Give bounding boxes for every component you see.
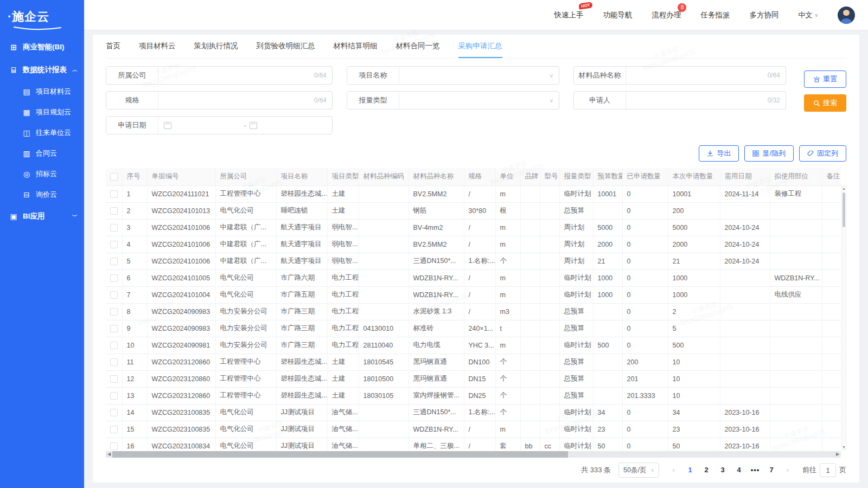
page-button-4[interactable]: 4: [732, 463, 746, 477]
page-size-select[interactable]: 50条/页 ∨: [618, 463, 659, 478]
nav-collaboration[interactable]: 多方协同: [749, 10, 778, 20]
row-checkbox[interactable]: [110, 190, 118, 198]
nav-feature-guide[interactable]: 功能导航: [603, 10, 632, 20]
table-row[interactable]: 4WZCG2024101006中建君联（广...航天通宇项目弱电智...BV2.…: [106, 236, 841, 253]
sidebar-item-4[interactable]: ◫往来单位云: [0, 123, 84, 143]
reset-button[interactable]: 重置: [804, 70, 846, 88]
tab-4[interactable]: 材料结算明细: [334, 35, 378, 58]
nav-quick-start[interactable]: 快速上手 HOT: [554, 10, 583, 20]
sidebar-item-3[interactable]: ▦项目规划云: [0, 102, 84, 123]
table-cell: [822, 354, 841, 370]
tab-0[interactable]: 首页: [106, 35, 120, 58]
tab-5[interactable]: 材料合同一览: [396, 35, 440, 58]
scroll-left-icon[interactable]: ◀: [106, 451, 112, 458]
table-cell: 200: [668, 202, 720, 219]
page-button-1[interactable]: 1: [683, 463, 697, 477]
table-row[interactable]: 14WZCG2023100835电气化公司JJ测试项目油气储...三通DN150…: [106, 404, 841, 421]
row-checkbox[interactable]: [110, 392, 118, 400]
tab-2[interactable]: 策划执行情况: [194, 35, 238, 58]
table-cell: 2023-10-16: [720, 438, 770, 451]
show-hide-columns-button[interactable]: 显/隐列: [744, 145, 794, 162]
table-cell: 13: [122, 387, 147, 404]
table-row[interactable]: 1WZCG2024111021工程管理中心碧桂园生态城...土建BV2.5MM2…: [106, 185, 841, 202]
next-page-button[interactable]: ›: [781, 463, 795, 477]
avatar-head: [843, 10, 850, 16]
table-cell: [720, 387, 770, 404]
table-row[interactable]: 9WZCG2024090983电力安装分公司市广路三期电力工程04130010标…: [106, 320, 841, 337]
sidebar-item-7[interactable]: ⊟询价云: [0, 184, 84, 205]
scroll-down-icon[interactable]: ▼: [842, 445, 846, 449]
table-row[interactable]: 6WZCG2024101005电气化公司市广路六期电力工程WDZB1N-RY..…: [106, 269, 841, 286]
page-button-3[interactable]: 3: [716, 463, 730, 477]
row-checkbox[interactable]: [110, 291, 118, 299]
page-button-2[interactable]: 2: [699, 463, 713, 477]
table-row[interactable]: 8WZCG2024090983电力安装分公司市广路三期电力工程水泥砂浆 1:3/…: [106, 303, 841, 320]
table-row[interactable]: 13WZCG2023120860工程管理中心碧桂园生态城...土建1803010…: [106, 387, 841, 404]
row-checkbox[interactable]: [110, 207, 118, 215]
table-row[interactable]: 3WZCG2024101006中建君联（广...航天通宇项目弱电智...BV-4…: [106, 219, 841, 236]
table-row[interactable]: 16WZCG2023100834电气化公司JJ测试项目油气储...单相二、三极.…: [106, 438, 841, 451]
filter-applicant-input[interactable]: [626, 92, 768, 109]
export-button[interactable]: 导出: [699, 145, 739, 162]
scroll-up-icon[interactable]: ▲: [842, 187, 846, 190]
sidebar-item-0[interactable]: ⊞商业智能(BI): [0, 36, 84, 59]
filter-apply-date[interactable]: 申请日期 -: [106, 116, 333, 134]
select-all-checkbox[interactable]: [110, 173, 118, 181]
tab-6[interactable]: 采购申请汇总: [458, 35, 502, 58]
search-button[interactable]: 搜索: [804, 94, 846, 112]
row-checkbox[interactable]: [110, 358, 118, 366]
table-row[interactable]: 7WZCG2024101004电气化公司市广路五期电力工程WDZB1N-RY..…: [106, 286, 841, 303]
row-checkbox[interactable]: [110, 258, 118, 265]
fixed-columns-button[interactable]: 固定列: [799, 145, 846, 162]
nav-label: 流程办理: [652, 11, 681, 19]
table-row[interactable]: 11WZCG2023120860工程管理中心碧桂园生态城...土建1801054…: [106, 354, 841, 370]
filter-project[interactable]: 项目名称 ∨: [347, 66, 559, 85]
filter-material-input[interactable]: [626, 67, 768, 84]
horizontal-scrollbar[interactable]: ◀ ▶: [106, 451, 841, 458]
row-checkbox[interactable]: [110, 342, 118, 349]
table-row[interactable]: 12WZCG2023120860工程管理中心碧桂园生态城...土建1801050…: [106, 370, 841, 387]
table-cell: 201: [622, 370, 668, 387]
filter-company-input[interactable]: [158, 67, 314, 84]
filter-report-type-select[interactable]: [399, 92, 550, 109]
menu-icon: ▥: [22, 149, 31, 158]
nav-task-assign[interactable]: 任务指派: [700, 10, 730, 20]
language-selector[interactable]: 中文 ∨: [798, 10, 818, 20]
table-cell: /: [464, 438, 495, 451]
table-row[interactable]: 10WZCG2024090981电力安装分公司市广路三期电力工程28110040…: [106, 337, 841, 354]
vertical-scroll-thumb[interactable]: [843, 192, 845, 227]
tab-1[interactable]: 项目材料云: [139, 35, 176, 58]
page-button-7[interactable]: 7: [764, 463, 778, 477]
table-row[interactable]: 15WZCG2023100835电气化公司JJ测试项目油气储...WDZB1N-…: [106, 421, 841, 438]
row-checkbox[interactable]: [110, 308, 118, 316]
sidebar-item-2[interactable]: ▤项目材料云: [0, 81, 84, 102]
filter-project-select[interactable]: [399, 67, 550, 84]
table-row[interactable]: 2WZCG2024101013电气化公司睡吧连锁土建钢筋30*80根总预算020…: [106, 202, 841, 219]
horizontal-scroll-thumb[interactable]: [112, 451, 568, 458]
more-pages-button[interactable]: •••: [748, 463, 762, 477]
sidebar-item-5[interactable]: ▥合同云: [0, 143, 84, 164]
prev-page-button[interactable]: ‹: [667, 463, 681, 477]
user-avatar[interactable]: [838, 7, 855, 24]
row-checkbox[interactable]: [110, 442, 118, 450]
goto-page-input[interactable]: [820, 463, 836, 477]
filter-report-type[interactable]: 报量类型 ∨: [347, 91, 559, 110]
row-checkbox[interactable]: [110, 241, 118, 248]
filter-spec-input[interactable]: [158, 92, 314, 109]
vertical-scrollbar[interactable]: ▲ ▼: [841, 185, 846, 450]
row-checkbox[interactable]: [110, 325, 118, 332]
nav-process-handling[interactable]: 流程办理 8: [652, 10, 681, 20]
row-checkbox[interactable]: [110, 274, 118, 282]
row-checkbox[interactable]: [110, 224, 118, 232]
table-cell: [822, 269, 841, 286]
row-checkbox[interactable]: [110, 409, 118, 416]
tab-3[interactable]: 到货验收明细汇总: [257, 35, 315, 58]
table-row[interactable]: 5WZCG2024101006中建君联（广...航天通宇项目弱电智...三通DN…: [106, 253, 841, 269]
row-checkbox[interactable]: [110, 375, 118, 383]
scroll-right-icon[interactable]: ▶: [834, 451, 841, 458]
sidebar-item-6[interactable]: ◎招标云: [0, 164, 84, 184]
row-checkbox[interactable]: [110, 426, 118, 433]
sidebar-item-1[interactable]: ⌸数据统计报表︿: [0, 59, 84, 81]
sidebar-item-8[interactable]: ▣BI应用﹀: [0, 205, 84, 228]
row-checkbox-cell: [106, 387, 122, 404]
